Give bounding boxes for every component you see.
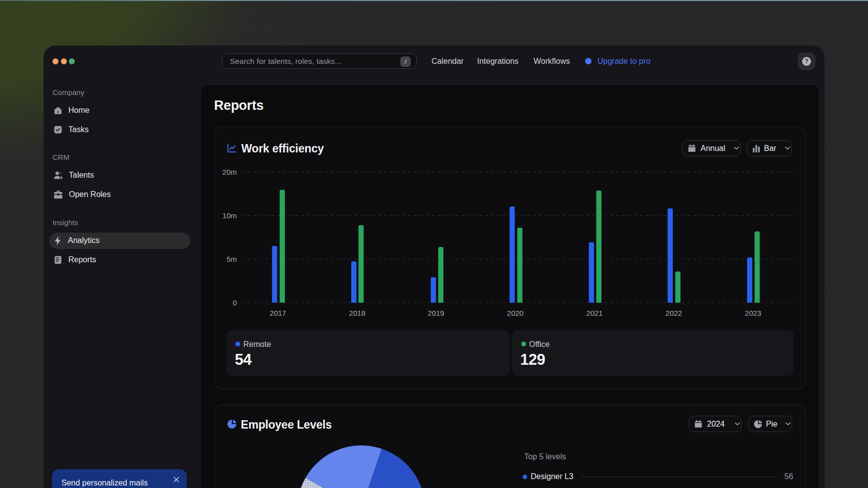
svg-text:2017: 2017 <box>270 309 286 317</box>
svg-text:2021: 2021 <box>586 309 602 317</box>
svg-text:0: 0 <box>233 298 237 307</box>
svg-text:10m: 10m <box>222 211 237 220</box>
svg-text:2023: 2023 <box>745 309 761 317</box>
svg-text:20m: 20m <box>222 168 237 176</box>
svg-text:5m: 5m <box>226 255 237 263</box>
svg-text:2022: 2022 <box>665 309 682 317</box>
svg-text:2020: 2020 <box>507 309 523 317</box>
svg-text:2019: 2019 <box>428 309 444 317</box>
svg-text:2018: 2018 <box>349 309 365 317</box>
